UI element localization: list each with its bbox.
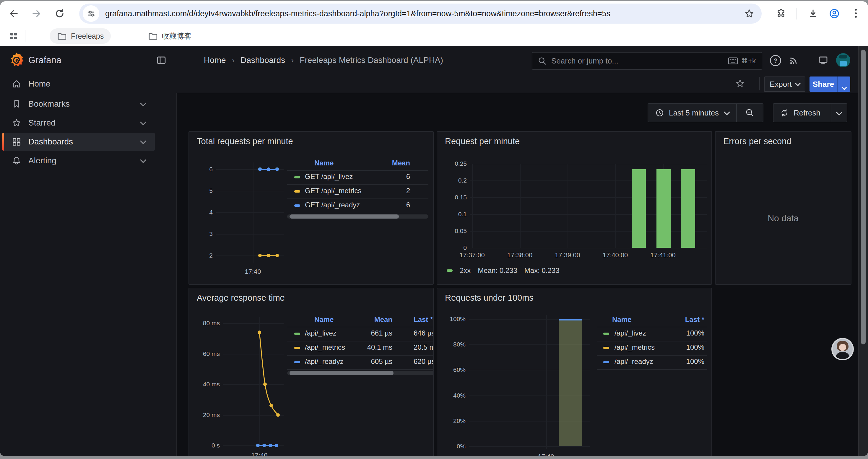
chevron-down-icon[interactable]	[140, 157, 146, 163]
legend-pill[interactable]	[294, 204, 300, 207]
y-tick-label: 3	[195, 230, 213, 238]
bookmark-folder-freeleaps[interactable]: Freeleaps	[50, 28, 111, 44]
sidebar-item-starred[interactable]: Starred	[2, 114, 155, 132]
table-scrollbar-thumb[interactable]	[289, 215, 399, 219]
sidebar-item-home[interactable]: Home	[2, 75, 155, 93]
chevron-down-icon[interactable]	[140, 100, 146, 106]
sidebar-item-alerting[interactable]: Alerting	[2, 152, 155, 169]
page-scrollbar[interactable]	[858, 46, 868, 456]
bookmark-folder-blogs[interactable]: 收藏博客	[141, 28, 198, 44]
legend-pill[interactable]	[603, 333, 609, 335]
x-tick-label: 17:40:00	[596, 251, 634, 259]
reload-icon[interactable]	[54, 8, 65, 19]
chevron-down-icon[interactable]	[140, 119, 146, 125]
assistant-avatar[interactable]	[831, 338, 854, 360]
panel-title[interactable]: Requests under 100ms	[445, 293, 533, 303]
sidebar-item-label: Home	[28, 79, 155, 89]
legend-pill[interactable]	[603, 347, 609, 349]
breadcrumb-home[interactable]: Home	[204, 56, 226, 65]
legend-value: 620 µs	[414, 357, 434, 366]
forward-icon[interactable]	[31, 8, 42, 19]
bookmark-star-icon[interactable]	[744, 8, 754, 19]
legend-name[interactable]: GET /api/_metrics	[305, 187, 362, 195]
news-rss-icon[interactable]	[788, 55, 799, 66]
y-tick-label: 5	[195, 187, 213, 195]
export-button[interactable]: Export	[764, 76, 805, 92]
row-divider	[287, 198, 428, 199]
back-icon[interactable]	[8, 8, 19, 19]
user-avatar[interactable]	[836, 53, 850, 67]
legend-pill[interactable]	[294, 333, 300, 335]
sidebar-item-label: Starred	[28, 118, 141, 128]
collapse-sidebar-icon[interactable]	[156, 55, 167, 66]
help-icon[interactable]: ?	[770, 55, 781, 66]
chevron-down-icon[interactable]	[724, 109, 730, 115]
row-divider	[287, 369, 434, 370]
column-header[interactable]: Last *	[414, 316, 434, 324]
legend-pill[interactable]	[294, 361, 300, 363]
chevron-down-icon[interactable]	[140, 138, 146, 144]
time-range-label[interactable]: Last 5 minutes	[669, 108, 719, 118]
breadcrumb-dashboards[interactable]: Dashboards	[241, 56, 285, 65]
refresh-interval-dropdown[interactable]	[831, 111, 847, 114]
legend-name[interactable]: /api/_metrics	[305, 343, 345, 352]
gridline-h	[470, 164, 707, 164]
row-divider	[287, 355, 434, 356]
profile-icon[interactable]	[829, 8, 840, 19]
legend-pill[interactable]	[603, 361, 609, 363]
url-bar[interactable]: grafana.mathmast.com/d/deytv4rwavabkb/fr…	[79, 4, 762, 24]
legend-pill[interactable]	[294, 190, 300, 193]
legend-name[interactable]: /api/_readyz	[615, 357, 653, 366]
apps-grid-icon[interactable]	[9, 31, 18, 41]
favorite-star-icon[interactable]	[735, 78, 745, 89]
column-header[interactable]: Last *	[657, 316, 704, 324]
x-tick-label: 17:40	[531, 453, 561, 456]
gridline-v	[546, 315, 547, 449]
sidebar-item-dashboards[interactable]: Dashboards	[2, 133, 155, 151]
legend-name[interactable]: /api/_livez	[615, 329, 646, 337]
legend-name[interactable]: /api/_readyz	[305, 357, 344, 366]
sidebar-item-bookmarks[interactable]: Bookmarks	[2, 95, 155, 113]
series-point	[256, 444, 260, 447]
search-input[interactable]: Search or jump to... ⌘+k	[532, 52, 762, 70]
share-button[interactable]: Share	[809, 76, 850, 92]
download-icon[interactable]	[808, 8, 818, 19]
panel-title[interactable]: Errors per second	[723, 136, 792, 146]
panel-under-100ms: Requests under 100ms NameLast */api/_liv…	[437, 288, 712, 456]
zoom-out-button[interactable]	[737, 108, 763, 118]
legend-name[interactable]: /api/_metrics	[615, 343, 655, 352]
grafana-brand[interactable]: Grafana	[28, 46, 61, 74]
share-dropdown[interactable]	[838, 79, 850, 89]
site-settings-icon[interactable]	[83, 5, 99, 22]
extensions-icon[interactable]	[776, 8, 786, 19]
screen: grafana.mathmast.com/d/deytv4rwavabkb/fr…	[0, 0, 868, 459]
refresh-group: Refresh	[773, 103, 847, 122]
panel-title[interactable]: Average response time	[197, 293, 285, 303]
browser-menu-icon[interactable]	[855, 9, 857, 11]
grafana-logo[interactable]	[8, 52, 25, 69]
panel-title[interactable]: Request per minute	[445, 136, 520, 146]
bar	[656, 169, 671, 248]
legend-value: 100%	[657, 357, 704, 366]
panel-title[interactable]: Total requests per minute	[197, 136, 293, 146]
folder-icon	[57, 31, 66, 41]
gridline-v	[259, 317, 260, 449]
browser-window: grafana.mathmast.com/d/deytv4rwavabkb/fr…	[0, 1, 868, 456]
legend-name[interactable]: GET /api/_livez	[305, 172, 353, 181]
column-header[interactable]: Mean	[351, 316, 392, 324]
legend[interactable]: 2xx Mean: 0.233 Max: 0.233	[447, 266, 560, 275]
table-scrollbar-thumb[interactable]	[289, 371, 394, 375]
legend-pill[interactable]	[294, 347, 300, 349]
refresh-label[interactable]: Refresh	[794, 108, 831, 118]
legend-value: 661 µs	[351, 329, 392, 337]
scrollbar-thumb[interactable]	[861, 50, 866, 345]
legend-name[interactable]: /api/_livez	[305, 329, 337, 337]
url-text[interactable]: grafana.mathmast.com/d/deytv4rwavabkb/fr…	[105, 4, 743, 24]
legend-name[interactable]: GET /api/_readyz	[305, 201, 360, 209]
legend-pill[interactable]	[294, 176, 300, 178]
column-header[interactable]: Name	[314, 159, 373, 167]
column-header[interactable]: Mean	[369, 159, 410, 167]
avatar-graphic	[840, 61, 847, 66]
breadcrumb-separator: ›	[291, 56, 294, 65]
kiosk-monitor-icon[interactable]	[818, 55, 829, 66]
